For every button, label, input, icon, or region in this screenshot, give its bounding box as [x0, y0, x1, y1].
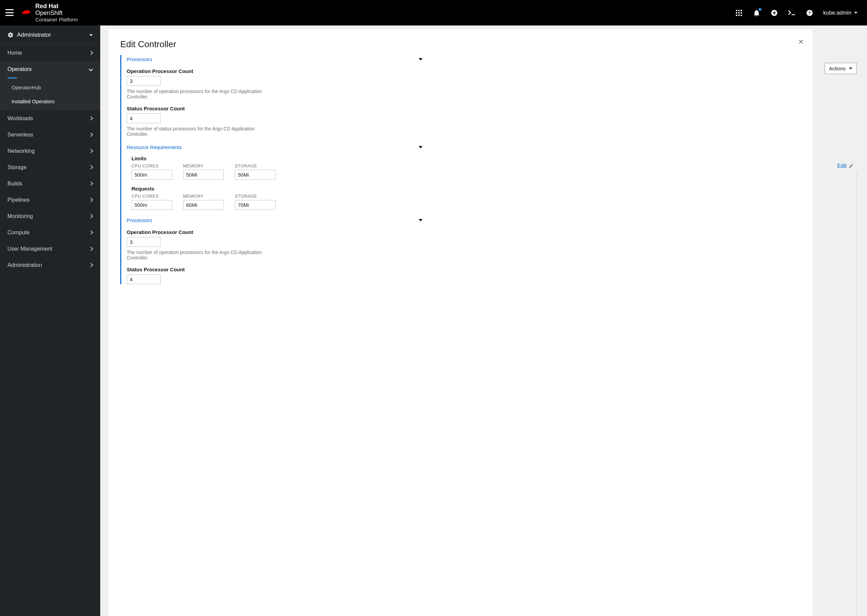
op-count-input[interactable]	[127, 237, 161, 247]
sidebar-item-builds[interactable]: Builds	[0, 176, 100, 192]
card-border	[856, 171, 857, 616]
sidebar-item-label: Networking	[8, 148, 35, 154]
sidebar-item-label: User Management	[8, 246, 52, 252]
status-count-input[interactable]	[127, 113, 161, 123]
terminal-icon[interactable]	[788, 9, 796, 17]
sidebar-item-label: Monitoring	[8, 213, 33, 219]
sidebar-item-label: Installed Operators	[11, 99, 55, 104]
help-icon[interactable]: ?	[806, 9, 814, 17]
hdr-sto: STORAGE	[235, 193, 275, 199]
limits-cpu-input[interactable]	[132, 170, 172, 180]
status-count-label: Status Processor Count	[127, 267, 290, 272]
sidebar-item-label: Home	[8, 50, 22, 56]
apps-icon[interactable]	[735, 9, 743, 17]
notification-dot-icon	[758, 8, 762, 11]
sidebar-item-networking[interactable]: Networking	[0, 143, 100, 159]
chevron-right-icon	[89, 198, 93, 202]
sidebar-item-administration[interactable]: Administration	[0, 257, 100, 273]
add-icon[interactable]	[770, 9, 778, 17]
sidebar-item-monitoring[interactable]: Monitoring	[0, 208, 100, 225]
section-heading: Processors	[127, 57, 152, 62]
caret-down-icon	[419, 58, 423, 60]
perspective-switcher[interactable]: Administrator	[0, 25, 100, 45]
active-indicator	[8, 77, 17, 79]
svg-rect-3	[741, 10, 742, 11]
svg-rect-12	[773, 13, 776, 13]
op-count-label: Operation Processor Count	[127, 229, 290, 235]
chevron-down-icon	[89, 68, 93, 71]
section-resources[interactable]: Resource Requirements	[127, 143, 290, 154]
limits-label: Limits	[132, 156, 290, 161]
sidebar-item-compute[interactable]: Compute	[0, 225, 100, 241]
sidebar-item-home[interactable]: Home	[0, 45, 100, 61]
close-icon[interactable]: ✕	[798, 38, 804, 45]
section-heading: Resource Requirements	[127, 144, 182, 150]
actions-button[interactable]: Actions	[825, 63, 857, 74]
edit-link[interactable]: Edit	[837, 163, 853, 169]
sidebar-item-serverless[interactable]: Serverless	[0, 127, 100, 143]
hdr-cpu: CPU CORES	[132, 193, 172, 199]
masthead: Red Hat OpenShift Container Platform ? k…	[0, 0, 867, 25]
main-content: Actions Edit ✕ Edit Controller Processor…	[100, 25, 867, 616]
edit-label: Edit	[837, 163, 847, 169]
chevron-right-icon	[89, 51, 93, 55]
sidebar: Administrator Home Operators OperatorHub…	[0, 25, 100, 616]
section-processors[interactable]: Processors	[127, 216, 290, 226]
sidebar-item-pipelines[interactable]: Pipelines	[0, 192, 100, 208]
chevron-right-icon	[89, 133, 93, 137]
brand-line1: Red Hat	[35, 3, 58, 9]
op-count-label: Operation Processor Count	[127, 68, 290, 74]
svg-rect-1	[736, 10, 737, 11]
chevron-right-icon	[89, 215, 93, 218]
sidebar-item-label: Workloads	[8, 115, 33, 122]
hdr-sto: STORAGE	[235, 163, 275, 168]
caret-down-icon	[849, 68, 852, 69]
actions-label: Actions	[829, 66, 846, 71]
status-count-label: Status Processor Count	[127, 105, 290, 112]
op-count-help: The number of operation processors for t…	[127, 250, 269, 261]
requests-mem-input[interactable]	[183, 200, 224, 210]
section-heading: Processors	[127, 217, 152, 223]
svg-rect-7	[736, 14, 737, 16]
svg-rect-4	[736, 12, 737, 14]
op-count-help: The number of operation processors for t…	[127, 89, 269, 99]
modal-title: Edit Controller	[120, 39, 801, 50]
chevron-right-icon	[89, 231, 93, 234]
hdr-mem: MEMORY	[183, 193, 224, 199]
caret-down-icon	[854, 12, 858, 14]
requests-cpu-input[interactable]	[132, 200, 172, 210]
status-count-input[interactable]	[127, 274, 161, 284]
brand[interactable]: Red Hat OpenShift Container Platform	[20, 3, 78, 23]
svg-rect-13	[791, 14, 795, 15]
notifications-icon[interactable]	[752, 9, 761, 17]
sidebar-sub-operatorhub[interactable]: OperatorHub	[0, 80, 100, 94]
caret-down-icon	[419, 219, 423, 222]
brand-line2: OpenShift	[35, 9, 63, 16]
status-count-help: The number of status processors for the …	[127, 126, 269, 137]
user-menu[interactable]: kube:admin	[823, 10, 858, 16]
limits-mem-input[interactable]	[183, 170, 224, 180]
sidebar-item-operators[interactable]: Operators	[0, 61, 100, 77]
sidebar-item-label: Compute	[8, 229, 30, 236]
chevron-right-icon	[89, 149, 93, 153]
svg-rect-2	[738, 10, 740, 11]
limits-sto-input[interactable]	[235, 170, 275, 180]
sidebar-item-label: Builds	[8, 181, 22, 187]
sidebar-item-user-management[interactable]: User Management	[0, 241, 100, 257]
redhat-logo-icon	[20, 8, 32, 17]
chevron-right-icon	[89, 264, 93, 267]
svg-text:?: ?	[808, 11, 811, 16]
sidebar-sub-installed-operators[interactable]: Installed Operators	[0, 94, 100, 108]
svg-rect-6	[741, 12, 742, 14]
sidebar-item-storage[interactable]: Storage	[0, 159, 100, 176]
sidebar-item-workloads[interactable]: Workloads	[0, 110, 100, 127]
hamburger-icon[interactable]	[5, 9, 14, 16]
op-count-input[interactable]	[127, 76, 161, 86]
svg-rect-8	[738, 14, 740, 16]
pencil-icon	[849, 164, 853, 168]
section-processors[interactable]: Processors	[127, 55, 290, 66]
brand-line3: Container Platform	[35, 17, 78, 22]
requests-label: Requests	[132, 186, 290, 192]
svg-rect-9	[741, 14, 742, 16]
requests-sto-input[interactable]	[235, 200, 275, 210]
